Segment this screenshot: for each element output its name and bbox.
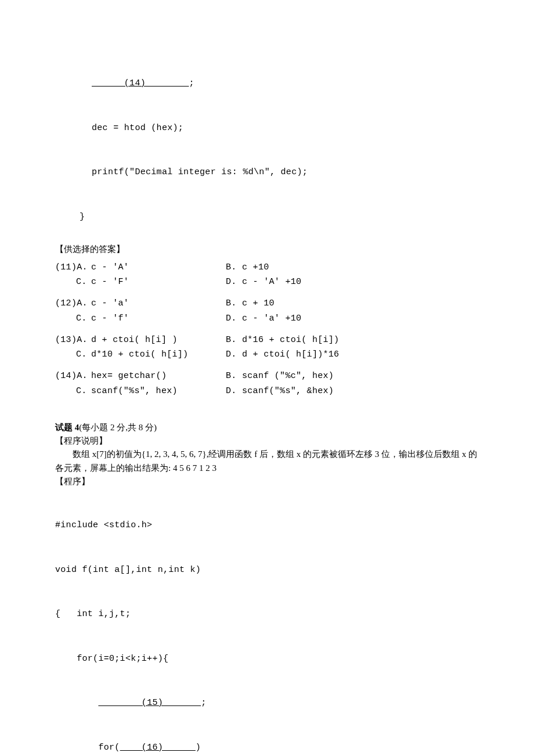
code-line: for(i=0;i<k;i++){ <box>55 651 479 667</box>
code-line: #include <stdio.h> <box>55 518 479 533</box>
blank-16: (16) <box>120 743 196 753</box>
program-desc-body: 数组 x[7]的初值为{1, 2, 3, 4, 5, 6, 7},经调用函数 f… <box>55 448 479 475</box>
code-line: printf("Decimal integer is: %d\n", dec); <box>55 165 479 180</box>
blank-15: (15) <box>98 698 201 708</box>
answer-block-12: (12)A.c - 'a' B.c + 10 C.c - 'f' D.c - '… <box>55 297 479 325</box>
answers-heading: 【供选择的答案】 <box>55 243 479 256</box>
code-line: void f(int a[],int n,int k) <box>55 563 479 578</box>
code-line: } <box>55 210 479 225</box>
code-question-4: #include <stdio.h> void f(int a[],int n,… <box>55 488 479 756</box>
program-heading: 【程序】 <box>55 475 479 488</box>
code-fragment-top: (14) ; dec = htod (hex); printf("Decimal… <box>55 46 479 239</box>
blank-14: (14) <box>92 78 189 88</box>
answer-block-13: (13)A.d + ctoi( h[i] ) B.d*16 + ctoi( h[… <box>55 333 479 362</box>
answer-block-11: (11)A.c - 'A' B.c +10 C.c - 'F' D.c - 'A… <box>55 261 479 289</box>
question-4-title: 试题 4(每小题 2 分,共 8 分) <box>55 421 479 434</box>
program-desc-heading: 【程序说明】 <box>55 434 479 448</box>
answer-block-14: (14)A.hex= getchar() B.scanf ("%c", hex)… <box>55 369 479 398</box>
code-line: { int i,j,t; <box>55 607 479 622</box>
code-line: dec = htod (hex); <box>55 121 479 136</box>
